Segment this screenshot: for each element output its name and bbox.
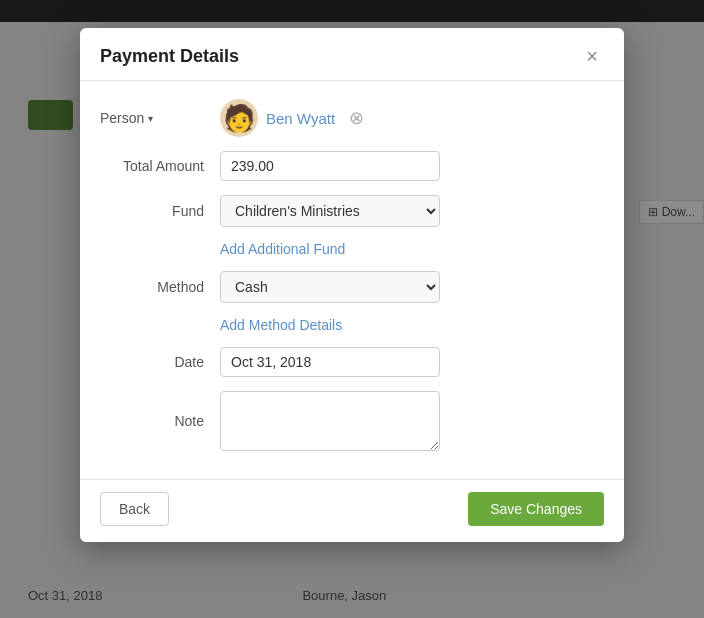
fund-label: Fund (100, 203, 220, 219)
note-row: Note (100, 391, 604, 451)
modal-footer: Back Save Changes (80, 479, 624, 542)
person-row: Person ▾ 🧑 Ben Wyatt ⊗ (100, 99, 604, 137)
add-fund-link[interactable]: Add Additional Fund (220, 241, 345, 257)
date-label: Date (100, 354, 220, 370)
clear-person-button[interactable]: ⊗ (349, 109, 364, 127)
save-changes-button[interactable]: Save Changes (468, 492, 604, 526)
total-amount-row: Total Amount (100, 151, 604, 181)
close-button[interactable]: × (580, 44, 604, 68)
person-select: 🧑 Ben Wyatt ⊗ (220, 99, 364, 137)
person-label: Person ▾ (100, 110, 220, 126)
modal-body: Person ▾ 🧑 Ben Wyatt ⊗ Total Amount Fund… (80, 81, 624, 475)
total-amount-label: Total Amount (100, 158, 220, 174)
method-select[interactable]: Cash Check Credit Card ACH (220, 271, 440, 303)
note-label: Note (100, 413, 220, 429)
payment-details-modal: Payment Details × Person ▾ 🧑 Ben Wyatt ⊗… (80, 28, 624, 542)
method-label: Method (100, 279, 220, 295)
fund-row: Fund Children's Ministries General Fund … (100, 195, 604, 227)
date-row: Date (100, 347, 604, 377)
add-method-link[interactable]: Add Method Details (220, 317, 342, 333)
note-textarea[interactable] (220, 391, 440, 451)
person-name: Ben Wyatt (266, 110, 335, 127)
method-row: Method Cash Check Credit Card ACH (100, 271, 604, 303)
back-button[interactable]: Back (100, 492, 169, 526)
total-amount-input[interactable] (220, 151, 440, 181)
modal-title: Payment Details (100, 46, 239, 67)
avatar: 🧑 (220, 99, 258, 137)
add-fund-row: Add Additional Fund (220, 241, 604, 257)
person-dropdown-arrow[interactable]: ▾ (148, 113, 153, 124)
add-method-row: Add Method Details (220, 317, 604, 333)
date-input[interactable] (220, 347, 440, 377)
fund-select[interactable]: Children's Ministries General Fund Missi… (220, 195, 440, 227)
modal-header: Payment Details × (80, 28, 624, 81)
